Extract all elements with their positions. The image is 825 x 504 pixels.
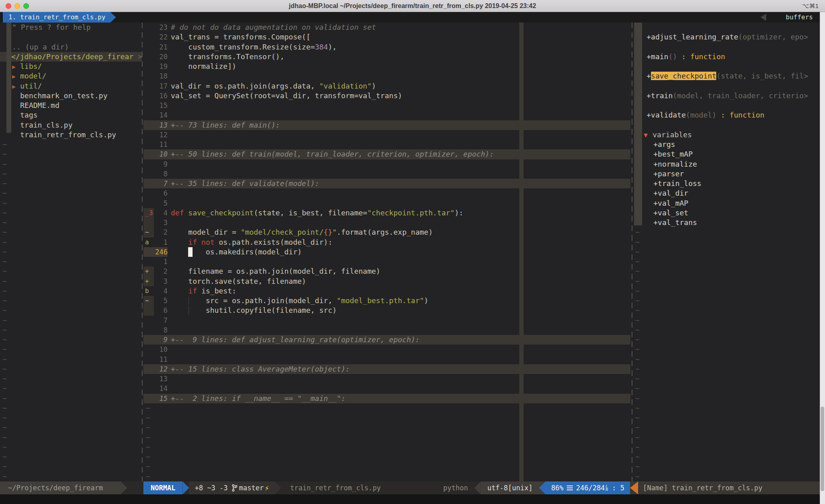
tagbar-variable-item[interactable]: +val_set <box>633 208 820 218</box>
code-line[interactable]: 14 <box>143 384 632 393</box>
tree-file-train_retr_from_clspy[interactable]: train_retr_from_cls.py <box>0 130 142 140</box>
code-line[interactable]: 12 <box>143 130 632 140</box>
fold-header[interactable]: 10+-- 50 lines: def train(model, train_l… <box>143 149 630 159</box>
tree-file-train_clspy[interactable]: train_cls.py <box>0 120 142 130</box>
code-line[interactable]: 12+-- 15 lines: class AverageMeter(objec… <box>143 364 632 374</box>
fold-header[interactable]: 9+-- 9 lines: def adjust_learning_rate(o… <box>143 335 630 345</box>
code-line[interactable]: 20 transforms.ToTensor(), <box>143 52 632 62</box>
tagbar-section-variables[interactable]: ▼variables <box>633 130 820 140</box>
tree-dir-libs[interactable]: ▶libs/ <box>0 62 142 71</box>
code-line[interactable]: 6 shutil.copyfile(filename, src) <box>143 306 632 315</box>
tagbar-variable-item[interactable]: +normalize <box>633 159 820 169</box>
tree-up-dir[interactable]: .. (up a dir) <box>0 42 142 52</box>
code-line[interactable]: 13+-- 73 lines: def main(): <box>143 120 632 130</box>
window-separator-left[interactable] <box>142 23 143 481</box>
code-line[interactable]: 14 <box>143 110 632 120</box>
tag-args: (optimizer, epo <box>738 33 804 41</box>
code-line[interactable]: 6 <box>143 188 632 198</box>
tagbar-function-item[interactable]: +main() : function <box>633 52 820 62</box>
code-line[interactable]: 10+-- 50 lines: def train(model, train_l… <box>143 149 632 159</box>
code-line[interactable]: a1 if not os.path.exists(model_dir): <box>143 238 632 247</box>
nerdtree-scrollbar-thumb[interactable] <box>6 23 11 133</box>
tagbar-variable-item[interactable]: +best_mAP <box>633 149 820 159</box>
code-line-text: # do not do data augmentation on validat… <box>171 23 376 32</box>
code-line[interactable]: 15+-- 2 lines: if __name__ == "__main__"… <box>143 394 632 403</box>
tab-active[interactable]: 1. train_retr_from_cls.py <box>3 12 116 23</box>
tagbar-variable-item[interactable]: +val_dir <box>633 188 820 198</box>
fold-header[interactable]: 7+-- 35 lines: def validate(model): <box>143 179 630 188</box>
line-number: 5 <box>154 296 168 306</box>
empty-line-tilde: ~ <box>633 413 820 423</box>
tree-file-benchmark_on_testpy[interactable]: benchmark_on_test.py <box>0 91 142 101</box>
tagbar-variable-item[interactable]: +train_loss <box>633 179 820 188</box>
right-scrollbar[interactable] <box>820 12 825 504</box>
fold-header[interactable]: 12+-- 15 lines: class AverageMeter(objec… <box>143 364 630 374</box>
code-line[interactable]: 3 <box>143 218 632 227</box>
code-line[interactable]: 11 <box>143 140 632 149</box>
code-token: is_best: <box>197 287 236 295</box>
sign-column-cell <box>143 91 154 101</box>
code-line[interactable]: 11 <box>143 355 632 364</box>
code-line[interactable]: ~5 src = os.path.join(model_dir, "model_… <box>143 296 632 306</box>
code-line[interactable]: 9 <box>143 159 632 169</box>
code-line[interactable]: +3 torch.save(state, filename) <box>143 277 632 286</box>
tagbar-variable-item[interactable]: +args <box>633 140 820 149</box>
sign-column-cell: ~ <box>143 227 154 237</box>
empty-line-tilde: ~ <box>0 257 142 266</box>
sign-column-cell <box>143 316 154 325</box>
line-number: 16 <box>154 91 168 101</box>
tree-dir-util[interactable]: ▶util/ <box>0 81 142 91</box>
code-line[interactable]: 9+-- 9 lines: def adjust_learning_rate(o… <box>143 335 632 345</box>
fold-header[interactable]: 13+-- 73 lines: def main(): <box>143 120 630 130</box>
code-line[interactable]: 16val_set = QuerySet(root=val_dir, trans… <box>143 91 632 101</box>
fold-header[interactable]: 15+-- 2 lines: if __name__ == "__main__"… <box>143 394 630 403</box>
code-token: def <box>171 209 188 217</box>
tagbar-variable-item[interactable]: +val_trans <box>633 218 820 227</box>
code-line[interactable]: 13 <box>143 374 632 384</box>
tagbar-variable-item[interactable]: +parser <box>633 169 820 179</box>
tree-dir-model[interactable]: ▶model/ <box>0 71 142 81</box>
line-number: 8 <box>154 169 168 179</box>
empty-line-tilde: ~ <box>0 198 142 208</box>
code-line[interactable]: 7 <box>143 316 632 325</box>
code-line[interactable]: 1 <box>143 257 632 266</box>
empty-line-tilde: ~ <box>633 247 820 257</box>
tagbar-function-item[interactable]: +validate(model) : function <box>633 110 820 120</box>
code-line[interactable]: +2 filename = os.path.join(model_dir, fi… <box>143 266 632 276</box>
code-line[interactable]: b4 if is_best: <box>143 286 632 296</box>
code-line[interactable]: 23# do not do data augmentation on valid… <box>143 23 632 32</box>
sign-column-cell <box>143 62 154 71</box>
code-line[interactable]: 21 custom_transform.Resize(size=384), <box>143 42 632 52</box>
tree-root-path[interactable]: </jdhao/Projects/deep_firear > <box>0 52 142 62</box>
code-token <box>171 287 188 295</box>
code-line[interactable]: 7+-- 35 lines: def validate(model): <box>143 179 632 188</box>
tagbar-variable-item[interactable]: +val_mAP <box>633 198 820 208</box>
code-line[interactable]: ~2 model_dir = "model/check_point/{}".fo… <box>143 227 632 237</box>
code-line[interactable]: 17val_dir = os.path.join(args.data, "val… <box>143 81 632 91</box>
code-line[interactable]: 18 <box>143 71 632 81</box>
window-separator-right[interactable] <box>632 23 632 481</box>
right-scrollbar-thumb[interactable] <box>821 407 824 491</box>
truncation-arrow-icon: > <box>804 33 808 41</box>
tagbar-function-item[interactable]: +save_checkpoint(state, is_best, fil> <box>633 71 820 81</box>
tree-file-READMEmd[interactable]: README.md <box>0 101 142 110</box>
code-line[interactable]: 19 normalize]) <box>143 62 632 71</box>
tree-help-hint[interactable]: " Press ? for help <box>0 23 142 32</box>
code-line[interactable]: 246 os.makedirs(model_dir) <box>143 247 632 257</box>
empty-line-tilde: ~ <box>0 316 142 325</box>
code-line[interactable]: 10 <box>143 345 632 354</box>
tagbar-function-item[interactable]: +adjust_learning_rate(optimizer, epo> <box>633 32 820 42</box>
code-line[interactable]: 22val_trans = transforms.Compose([ <box>143 32 632 42</box>
code-line[interactable]: 15 <box>143 101 632 110</box>
code-line[interactable]: 8 <box>143 169 632 179</box>
code-line[interactable]: 8 <box>143 325 632 335</box>
empty-line-tilde: ~ <box>633 306 820 315</box>
tagbar-function-item[interactable]: +train(model, train_loader, criterio> <box>633 91 820 101</box>
code-line[interactable]: 5 <box>143 198 632 208</box>
command-line[interactable] <box>0 494 825 504</box>
tagbar-scrollbar-thumb[interactable] <box>634 23 642 225</box>
code-token: save_checkpoint <box>188 209 254 217</box>
line-number-current: 246 <box>154 247 168 257</box>
tree-file-tags[interactable]: tags <box>0 110 142 120</box>
code-line[interactable]: _34def save_checkpoint(state, is_best, f… <box>143 208 632 218</box>
